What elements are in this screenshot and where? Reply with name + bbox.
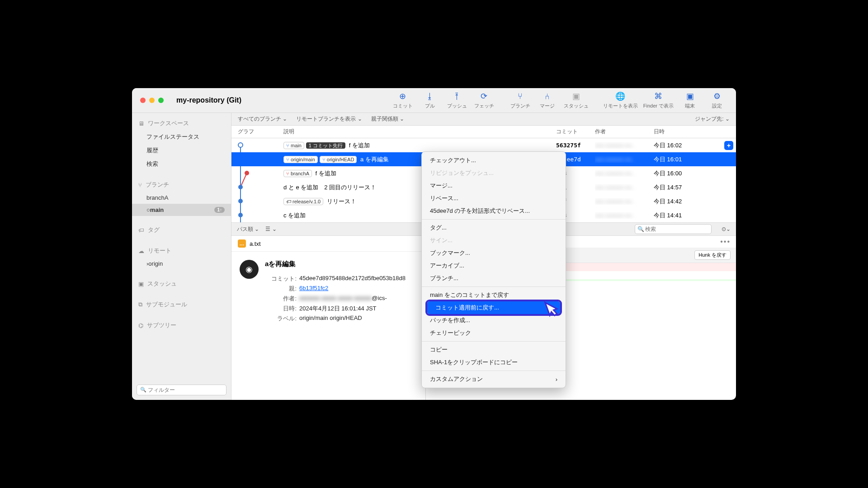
menu-custom-action[interactable]: カスタムアクション› — [422, 373, 566, 385]
sidebar-tags-head[interactable]: 🏷タグ — [132, 223, 231, 237]
finder-icon: ⌘ — [654, 91, 662, 101]
path-order-button[interactable]: パス順 ⌄ — [237, 225, 259, 233]
sidebar-stashes-head[interactable]: ▣スタッシュ — [132, 277, 231, 291]
sidebar-remotes-head[interactable]: ☁リモート — [132, 244, 231, 258]
minimize-icon[interactable] — [149, 98, 155, 103]
commit-row[interactable]: ⑂ main1 コミット先行 f を追加563275fxxx-xxxxxx-xx… — [231, 138, 736, 152]
gear-icon: ⚙ — [713, 91, 721, 101]
maximize-icon[interactable] — [158, 98, 164, 103]
branch-icon: ⑂ — [138, 182, 142, 188]
terminal-icon: ▣ — [686, 91, 694, 101]
avatar: ◉ — [240, 260, 259, 279]
table-header: グラフ 説明 コミット 作者 日時 — [231, 126, 736, 138]
filter-all-branches[interactable]: すべてのブランチ ⌄ — [238, 115, 287, 123]
commit-details: ◉ aを再編集 コミット:45dee7d8975488de2172d5fbe05… — [231, 251, 425, 333]
sidebar: 🖥ワークスペース ファイルステータス 履歴 検索 ⑂ブランチ branchA ○… — [132, 113, 231, 400]
menu-branch[interactable]: ブランチ... — [422, 272, 566, 285]
pull-button[interactable]: ⭳プル — [416, 89, 443, 111]
search-icon: 🔍 — [140, 387, 146, 393]
commit-button[interactable]: ⊕コミット — [389, 89, 416, 111]
file-list: … a.txt ◉ aを再編集 コミット:45dee7d8975488de217… — [231, 236, 426, 400]
menu-sign: サイン... — [422, 234, 566, 247]
parent-link[interactable]: 6b13f51fc2 — [299, 285, 328, 291]
sidebar-item-history[interactable]: 履歴 — [132, 144, 231, 157]
menu-interactive-rebase[interactable]: 45dee7d の子を対話形式でリベース... — [422, 205, 566, 217]
sidebar-item-origin[interactable]: › origin — [132, 258, 231, 270]
sidebar-workspace-head[interactable]: 🖥ワークスペース — [132, 117, 231, 130]
stash-button[interactable]: ▣スタッシュ — [561, 89, 591, 111]
settings-button[interactable]: ⚙設定 — [703, 89, 731, 111]
tag-icon: 🏷 — [138, 227, 144, 234]
upload-icon: ⭱ — [453, 92, 461, 101]
menu-merge[interactable]: マージ... — [422, 179, 566, 192]
subtree-icon: ⌬ — [138, 322, 143, 329]
filter-show-remote[interactable]: リモートブランチを表示 ⌄ — [296, 115, 362, 123]
download-icon: ⭳ — [426, 92, 434, 101]
monitor-icon: 🖥 — [138, 120, 144, 127]
options-icon[interactable]: ⊙⌄ — [722, 226, 731, 232]
main-pane: すべてのブランチ ⌄ リモートブランチを表示 ⌄ 親子関係順 ⌄ ジャンプ先: … — [231, 113, 736, 400]
merge-icon: ⑃ — [545, 92, 550, 101]
search-icon: 🔍 — [637, 226, 644, 232]
show-remote-button[interactable]: 🌐リモートを表示 — [600, 89, 641, 111]
merge-button[interactable]: ⑃マージ — [534, 89, 561, 111]
menu-archive[interactable]: アーカイブ... — [422, 259, 566, 272]
menu-rebase[interactable]: リベース... — [422, 192, 566, 205]
window-title: my-repository (Git) — [176, 96, 241, 104]
fetch-icon: ⟳ — [481, 91, 487, 101]
diff-search-input[interactable] — [635, 224, 712, 234]
menu-cherry-pick[interactable]: チェリーピック — [422, 327, 566, 339]
sidebar-filter: 🔍 — [137, 385, 226, 395]
cloud-icon: ☁ — [138, 248, 144, 254]
sidebar-item-file-status[interactable]: ファイルステータス — [132, 130, 231, 144]
menu-reset-main[interactable]: main をこのコミットまで戻す — [422, 289, 566, 301]
app-window: my-repository (Git) ⊕コミット ⭳プル ⭱プッシュ ⟳フェッ… — [132, 88, 736, 400]
terminal-button[interactable]: ▣端末 — [676, 89, 703, 111]
show-finder-button[interactable]: ⌘Finder で表示 — [641, 89, 676, 111]
chevron-right-icon: › — [556, 376, 557, 383]
jump-to[interactable]: ジャンプ先: ⌄ — [695, 115, 730, 123]
fetch-button[interactable]: ⟳フェッチ — [471, 89, 498, 111]
menu-push-rev: リビジョンをプッシュ... — [422, 167, 566, 179]
commit-title: aを再編集 — [265, 260, 417, 268]
push-button[interactable]: ⭱プッシュ — [443, 89, 471, 111]
menu-copy-sha[interactable]: SHA-1をクリップボードにコピー — [422, 356, 566, 369]
sidebar-subtrees-head[interactable]: ⌬サブツリー — [132, 319, 231, 332]
filter-order[interactable]: 親子関係順 ⌄ — [371, 115, 404, 123]
titlebar: my-repository (Git) ⊕コミット ⭳プル ⭱プッシュ ⟳フェッ… — [132, 88, 736, 113]
stash-icon: ▣ — [572, 91, 580, 101]
file-item[interactable]: … a.txt — [231, 236, 425, 251]
sidebar-submodules-head[interactable]: ⧉サブモジュール — [132, 298, 231, 311]
sidebar-item-brancha[interactable]: branchA — [132, 192, 231, 204]
file-modified-icon: … — [238, 239, 246, 248]
menu-tag[interactable]: タグ... — [422, 221, 566, 234]
add-button[interactable]: + — [724, 141, 733, 150]
plus-circle-icon: ⊕ — [399, 91, 406, 101]
close-icon[interactable] — [140, 98, 146, 103]
branch-button[interactable]: ⑂ブランチ — [507, 89, 534, 111]
list-options-button[interactable]: ☰ ⌄ — [265, 226, 276, 232]
revert-hunk-button[interactable]: Hunk を戻す — [694, 250, 731, 260]
globe-icon: 🌐 — [615, 91, 625, 101]
filter-input[interactable] — [137, 385, 226, 395]
sidebar-branches-head[interactable]: ⑂ブランチ — [132, 178, 231, 192]
menu-revert-commit[interactable]: コミット適用前に戻す... — [427, 301, 560, 314]
stash-icon: ▣ — [138, 281, 144, 287]
menu-create-patch[interactable]: パッチを作成... — [422, 314, 566, 327]
menu-bookmark[interactable]: ブックマーク... — [422, 247, 566, 259]
context-menu: チェックアウト... リビジョンをプッシュ... マージ... リベース... … — [421, 151, 566, 388]
submodule-icon: ⧉ — [138, 301, 142, 308]
sidebar-item-search[interactable]: 検索 — [132, 157, 231, 171]
menu-copy[interactable]: コピー — [422, 343, 566, 356]
menu-checkout[interactable]: チェックアウト... — [422, 154, 566, 167]
sidebar-item-main[interactable]: ○ main1↑ — [132, 204, 231, 216]
branch-icon: ⑂ — [518, 92, 523, 101]
